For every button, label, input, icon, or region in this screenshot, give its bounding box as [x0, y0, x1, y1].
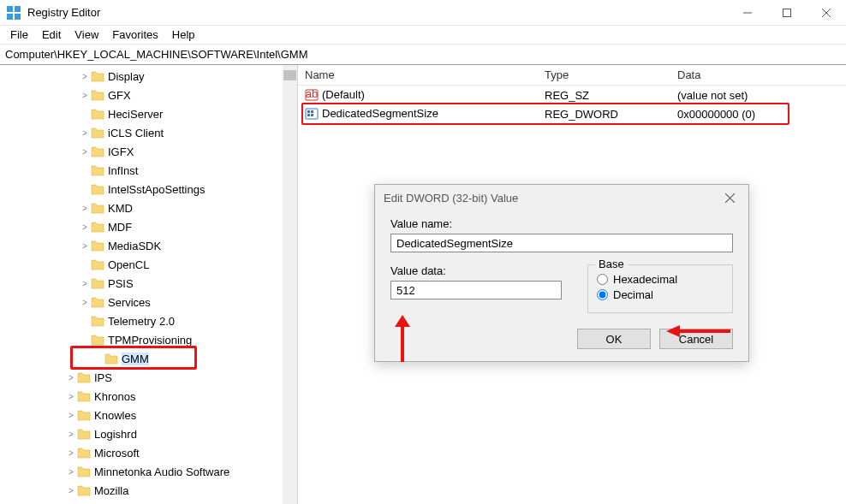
ok-button[interactable]: OK	[577, 329, 651, 349]
tree-item-label: Display	[108, 70, 145, 83]
tree-item-telemetry-2-0[interactable]: Telemetry 2.0	[0, 311, 297, 330]
tree-item-khronos[interactable]: >Khronos	[0, 387, 297, 406]
expander-icon[interactable]: >	[65, 430, 77, 439]
tree-item-label: IntelSstApoSettings	[108, 183, 205, 196]
expander-icon[interactable]: >	[65, 448, 77, 458]
tree-item-microsoft[interactable]: >Microsoft	[0, 443, 297, 462]
expander-icon[interactable]: >	[65, 486, 77, 495]
maximize-button[interactable]	[767, 0, 807, 26]
expander-icon[interactable]: >	[65, 467, 77, 477]
tree-item-label: GFX	[108, 89, 131, 102]
tree-item-icls-client[interactable]: >iCLS Client	[0, 123, 297, 142]
menu-help[interactable]: Help	[165, 27, 202, 43]
radio-hex-label: Hexadecimal	[613, 273, 677, 286]
expander-icon[interactable]: >	[65, 373, 77, 382]
folder-icon	[91, 202, 104, 214]
folder-icon	[77, 390, 91, 402]
expander-icon[interactable]: >	[65, 392, 77, 401]
tree-item-mdf[interactable]: >MDF	[0, 217, 297, 236]
radio-dec-input[interactable]	[597, 289, 608, 300]
expander-icon[interactable]: >	[79, 298, 91, 307]
tree-item-igfx[interactable]: >IGFX	[0, 142, 297, 161]
dialog-buttons: OK Cancel	[390, 329, 733, 349]
tree-item-label: IPS	[94, 371, 112, 384]
dialog-body: Value name: Value data: Base Hexadecimal…	[375, 210, 748, 361]
tree-item-knowles[interactable]: >Knowles	[0, 406, 297, 424]
radio-hexadecimal[interactable]: Hexadecimal	[597, 273, 724, 286]
tree-item-label: Microsoft	[94, 447, 140, 460]
expander-icon[interactable]: >	[79, 91, 91, 100]
value-name: (Default)	[322, 88, 365, 101]
tree-item-mediasdk[interactable]: >MediaSDK	[0, 236, 297, 255]
tree-item-label: Services	[108, 296, 151, 309]
address-bar[interactable]: Computer\HKEY_LOCAL_MACHINE\SOFTWARE\Int…	[0, 44, 846, 65]
list-header[interactable]: Name Type Data	[298, 65, 846, 86]
expander-icon[interactable]: >	[79, 72, 91, 81]
edit-dword-dialog: Edit DWORD (32-bit) Value Value name: Va…	[374, 184, 749, 362]
expander-icon[interactable]: >	[79, 147, 91, 157]
menu-file[interactable]: File	[3, 27, 35, 43]
list-row[interactable]: ab(Default)REG_SZ(value not set)	[298, 86, 846, 104]
value-name-field[interactable]	[390, 234, 733, 252]
tree-scrollbar[interactable]	[283, 65, 297, 504]
menu-view[interactable]: View	[68, 27, 105, 43]
tree-item-label: KMD	[108, 202, 133, 215]
expander-icon[interactable]: >	[79, 279, 91, 288]
folder-icon	[91, 334, 104, 346]
tree-item-opencl[interactable]: OpenCL	[0, 255, 297, 274]
tree-item-tpmprovisioning[interactable]: TPMProvisioning	[0, 330, 297, 349]
registry-tree[interactable]: >Display>GFXHeciServer>iCLS Client>IGFXI…	[0, 65, 297, 500]
tree-item-kmd[interactable]: >KMD	[0, 199, 297, 217]
folder-icon	[91, 240, 104, 252]
tree-item-label: Telemetry 2.0	[108, 315, 175, 328]
folder-icon	[91, 296, 104, 308]
tree-item-infinst[interactable]: InfInst	[0, 161, 297, 180]
tree-item-mozilla[interactable]: >Mozilla	[0, 481, 297, 500]
menu-edit[interactable]: Edit	[35, 27, 68, 43]
cancel-button[interactable]: Cancel	[659, 329, 733, 349]
tree-item-display[interactable]: >Display	[0, 67, 297, 86]
tree-item-gfx[interactable]: >GFX	[0, 86, 297, 104]
menu-favorites[interactable]: Favorites	[105, 27, 164, 43]
tree-item-label: TPMProvisioning	[108, 334, 192, 347]
expander-icon[interactable]: >	[65, 411, 77, 420]
tree-item-psis[interactable]: >PSIS	[0, 274, 297, 293]
tree-item-intelsstaposettings[interactable]: IntelSstApoSettings	[0, 180, 297, 199]
expander-icon[interactable]: >	[79, 128, 91, 138]
close-button[interactable]	[807, 0, 846, 26]
minimize-button[interactable]	[728, 0, 767, 26]
menubar: FileEditViewFavoritesHelp	[0, 26, 846, 44]
col-header-data[interactable]: Data	[670, 65, 846, 85]
dialog-close-button[interactable]	[719, 187, 740, 208]
svg-rect-5	[783, 9, 791, 16]
list-row[interactable]: DedicatedSegmentSizeREG_DWORD0x00000000 …	[298, 104, 846, 123]
binary-value-icon	[305, 107, 319, 121]
svg-rect-13	[307, 114, 310, 116]
folder-icon	[91, 70, 104, 82]
string-value-icon: ab	[305, 88, 319, 102]
folder-icon	[77, 484, 91, 496]
expander-icon[interactable]: >	[79, 241, 91, 251]
tree-item-label: Minnetonka Audio Software	[94, 465, 229, 478]
svg-rect-2	[7, 14, 13, 20]
folder-icon	[91, 277, 104, 289]
value-data-field[interactable]	[390, 281, 562, 299]
value-type: REG_DWORD	[538, 106, 670, 122]
expander-icon[interactable]: >	[79, 222, 91, 232]
tree-item-minnetonka-audio-software[interactable]: >Minnetonka Audio Software	[0, 462, 297, 481]
tree-item-gmm[interactable]: GMM	[0, 349, 297, 368]
col-header-name[interactable]: Name	[298, 65, 538, 85]
tree-item-heciserver[interactable]: HeciServer	[0, 104, 297, 123]
folder-icon	[91, 164, 104, 176]
expander-icon[interactable]: >	[79, 204, 91, 213]
tree-item-ips[interactable]: >IPS	[0, 368, 297, 387]
radio-decimal[interactable]: Decimal	[597, 288, 724, 301]
tree-item-services[interactable]: >Services	[0, 293, 297, 311]
radio-hex-input[interactable]	[597, 274, 608, 285]
value-data-group: Value data:	[390, 264, 562, 313]
folder-icon	[104, 353, 118, 365]
scroll-button-up[interactable]	[283, 70, 296, 80]
tree-item-logishrd[interactable]: >Logishrd	[0, 424, 297, 443]
col-header-type[interactable]: Type	[538, 65, 670, 85]
svg-rect-12	[311, 110, 313, 113]
